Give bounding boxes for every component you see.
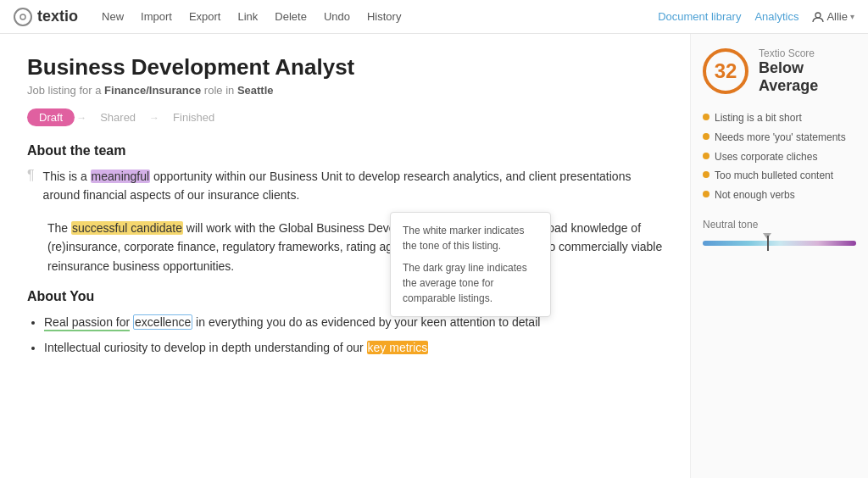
status-arrow-1: →: [76, 112, 86, 124]
feedback-dot-0: [703, 114, 709, 120]
status-finished[interactable]: Finished: [161, 108, 226, 126]
user-menu[interactable]: Allie ▾: [812, 10, 854, 23]
score-circle: 32: [703, 48, 748, 94]
score-info: Textio Score Below Average: [759, 47, 856, 95]
status-bar: Draft → Shared → Finished: [27, 108, 663, 126]
nav-document-library[interactable]: Document library: [658, 10, 741, 23]
status-draft[interactable]: Draft: [27, 108, 75, 126]
feedback-text-0: Listing is a bit short: [715, 111, 802, 125]
textio-score-label: Textio Score: [759, 47, 856, 59]
nav-export[interactable]: Export: [182, 7, 228, 26]
about-you-heading: About You: [27, 289, 663, 304]
feedback-text-1: Needs more 'you' statements: [715, 131, 846, 145]
logo[interactable]: textio: [14, 8, 78, 26]
status-arrow-2: →: [149, 112, 159, 124]
feedback-dot-4: [703, 191, 709, 197]
feedback-item-2: Uses corporate cliches: [703, 147, 856, 167]
feedback-item-3: Too much bulleted content: [703, 166, 856, 186]
about-you-section: About You Real passion for excellence in…: [27, 289, 663, 358]
navbar: textio New Import Export Link Delete Und…: [0, 0, 868, 34]
feedback-item-4: Not enough verbs: [703, 186, 856, 205]
feedback-text-3: Too much bulleted content: [715, 169, 833, 183]
feedback-text-4: Not enough verbs: [715, 188, 795, 203]
user-dropdown-icon: ▾: [850, 12, 854, 21]
score-row: 32 Textio Score Below Average: [703, 47, 856, 95]
svg-point-0: [20, 14, 25, 19]
tooltip-line1: The white marker indicates the tone of t…: [403, 223, 538, 253]
score-value: 32: [715, 59, 737, 83]
nav-new[interactable]: New: [95, 7, 131, 26]
subtitle-mid: for a: [79, 84, 101, 97]
nav-link[interactable]: Link: [231, 7, 264, 26]
nav-analytics[interactable]: Analytics: [754, 10, 798, 23]
bullet-list: Real passion for excellence in everythin…: [44, 313, 663, 358]
main-layout: Business Development Analyst Job listing…: [0, 34, 868, 478]
feedback-list: Listing is a bit short Needs more 'you' …: [703, 108, 856, 205]
para2-before: The: [47, 221, 71, 235]
bullet2-highlight: key metrics: [367, 341, 429, 354]
about-team-heading: About the team: [27, 143, 663, 158]
right-panel: 32 Textio Score Below Average Listing is…: [690, 34, 868, 478]
pilcrow-1: ¶: [27, 168, 35, 205]
tone-bar: [703, 241, 856, 246]
bullet1-highlight1: Real passion for: [44, 315, 130, 331]
subtitle-role: Finance/Insurance: [104, 84, 201, 97]
svg-point-1: [815, 13, 821, 18]
feedback-dot-1: [703, 133, 709, 140]
logo-text: textio: [37, 8, 78, 25]
score-rating: Below Average: [759, 59, 856, 95]
tone-label: Neutral tone: [703, 219, 856, 231]
logo-circle: [14, 8, 32, 26]
bullet1-highlight2: excellence: [133, 314, 192, 330]
subtitle-pre: Job listing: [27, 84, 76, 97]
paragraph-2-wrapper: The successful candidate will work with …: [27, 219, 663, 275]
nav-undo[interactable]: Undo: [317, 7, 357, 26]
tone-tooltip: The white marker indicates the tone of t…: [390, 212, 551, 317]
subtitle-location: Seattle: [237, 84, 274, 97]
tone-bar-wrapper: [703, 236, 856, 251]
para2-highlight: successful candidate: [71, 221, 183, 235]
bullet1-after: in everything you do as evidenced by you…: [196, 315, 540, 329]
feedback-dot-3: [703, 171, 709, 178]
nav-delete[interactable]: Delete: [268, 7, 314, 26]
tone-marker-line: [767, 236, 769, 251]
para1-highlight: meaningful: [91, 170, 151, 183]
para1-before: This is a: [43, 170, 91, 183]
document-subtitle: Job listing for a Finance/Insurance role…: [27, 84, 663, 97]
user-icon: [812, 11, 824, 23]
feedback-text-2: Uses corporate cliches: [715, 150, 817, 164]
content-area: Business Development Analyst Job listing…: [0, 34, 690, 478]
subtitle-post: role in: [204, 84, 234, 97]
paragraph-1: This is a meaningful opportunity within …: [43, 167, 663, 205]
bullet2-before: Intellectual curiosity to develop in dep…: [44, 341, 367, 354]
navbar-right: Document library Analytics Allie ▾: [658, 10, 854, 23]
feedback-item-1: Needs more 'you' statements: [703, 128, 856, 147]
tooltip-line2: The dark gray line indicates the average…: [403, 260, 538, 306]
paragraph-2: The successful candidate will work with …: [47, 219, 663, 275]
bullet-item-2: Intellectual curiosity to develop in dep…: [44, 338, 663, 358]
nav-history[interactable]: History: [360, 7, 408, 26]
feedback-dot-2: [703, 153, 709, 159]
status-shared[interactable]: Shared: [88, 108, 147, 126]
document-title: Business Development Analyst: [27, 54, 663, 81]
main-nav: New Import Export Link Delete Undo Histo…: [95, 7, 658, 26]
bullet-item-1: Real passion for excellence in everythin…: [44, 313, 663, 333]
user-name: Allie: [826, 10, 848, 23]
nav-import[interactable]: Import: [134, 7, 179, 26]
feedback-item-0: Listing is a bit short: [703, 108, 856, 128]
paragraph-1-wrapper: ¶ This is a meaningful opportunity withi…: [27, 167, 663, 205]
